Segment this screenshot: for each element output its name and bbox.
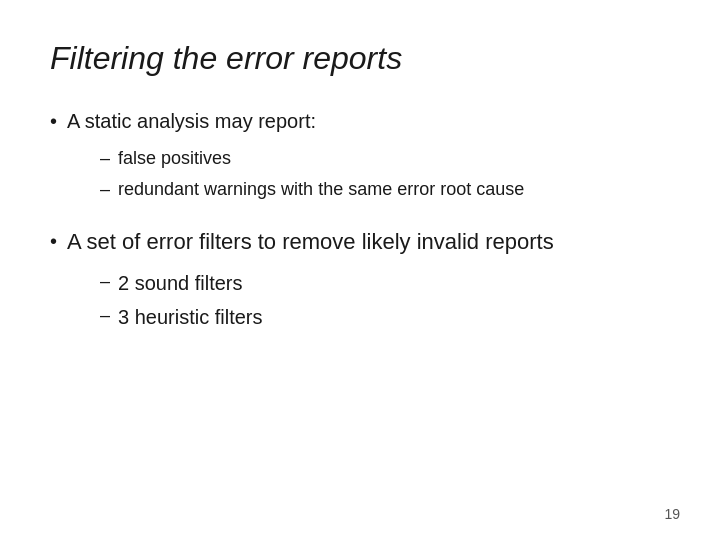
slide: Filtering the error reports • A static a… (0, 0, 720, 540)
sub-dash-1a: – (100, 145, 110, 172)
sub-dash-1b: – (100, 176, 110, 203)
bullet-section-2: • A set of error filters to remove likel… (50, 227, 670, 332)
bullet-dot-1: • (50, 107, 57, 135)
sub-bullet-1b: – redundant warnings with the same error… (100, 176, 670, 203)
slide-title: Filtering the error reports (50, 40, 670, 77)
bullet-section-1: • A static analysis may report: – false … (50, 107, 670, 203)
sub-bullet-text-1b: redundant warnings with the same error r… (118, 176, 524, 203)
sub-bullet-text-1a: false positives (118, 145, 231, 172)
sub-bullet-text-2a: 2 sound filters (118, 268, 243, 298)
sub-bullet-1a: – false positives (100, 145, 670, 172)
sub-bullets-2: – 2 sound filters – 3 heuristic filters (100, 268, 670, 332)
sub-dash-2b: – (100, 302, 110, 329)
sub-bullet-text-2b: 3 heuristic filters (118, 302, 263, 332)
sub-bullet-2a: – 2 sound filters (100, 268, 670, 298)
bullet-text-1: A static analysis may report: (67, 107, 316, 135)
bullet-dot-2: • (50, 227, 57, 255)
sub-bullets-1: – false positives – redundant warnings w… (100, 145, 670, 203)
bullet-text-2: A set of error filters to remove likely … (67, 227, 554, 258)
bullet-main-1: • A static analysis may report: (50, 107, 670, 135)
page-number: 19 (664, 506, 680, 522)
bullet-main-2: • A set of error filters to remove likel… (50, 227, 670, 258)
sub-dash-2a: – (100, 268, 110, 295)
sub-bullet-2b: – 3 heuristic filters (100, 302, 670, 332)
